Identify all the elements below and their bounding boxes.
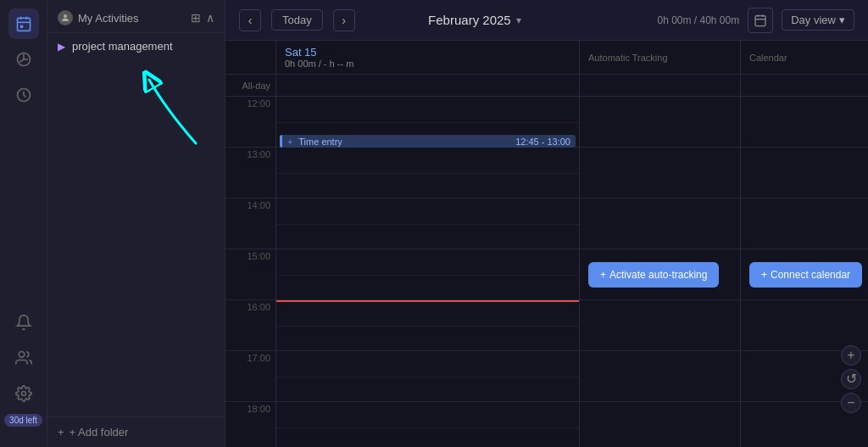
time-budget-display: 0h 00m / 40h 00m bbox=[657, 14, 739, 26]
grid-icon[interactable]: ⊞ bbox=[191, 11, 201, 25]
zoom-in-button[interactable]: + bbox=[841, 345, 861, 366]
activities-panel: My Activities ⊞ ∧ ▶ project management +… bbox=[47, 0, 225, 447]
activate-tracking-label: Activate auto-tracking bbox=[609, 269, 707, 281]
tracking-hour-2 bbox=[580, 148, 740, 198]
connect-calendar-button[interactable]: + Connect calendar bbox=[749, 262, 862, 288]
current-time-indicator bbox=[276, 300, 579, 302]
tracking-hour-6 bbox=[580, 351, 740, 402]
user-avatar bbox=[58, 10, 73, 25]
main-calendar-area: ‹ Today › February 2025 ▾ 0h 00m / 40h 0… bbox=[225, 0, 868, 447]
view-label: Day view bbox=[791, 14, 836, 26]
day-number: Sat 15 bbox=[285, 46, 570, 59]
today-button[interactable]: Today bbox=[271, 9, 323, 31]
events-column[interactable]: + Time entry 12:45 - 13:00 bbox=[276, 97, 580, 447]
sidebar-icon-bell[interactable] bbox=[8, 307, 39, 338]
calendar-header: Sat 15 0h 00m / - h -- m Automatic Track… bbox=[225, 41, 868, 75]
top-bar-right: 0h 00m / 40h 00m Day view ▾ bbox=[657, 8, 854, 33]
icon-sidebar: 30d left bbox=[0, 0, 47, 447]
sidebar-icon-time[interactable] bbox=[8, 80, 39, 110]
calendar-hour-1 bbox=[741, 97, 868, 148]
calendar-hour-3 bbox=[741, 198, 868, 249]
activate-tracking-icon: + bbox=[600, 269, 606, 281]
connect-calendar-icon: + bbox=[761, 269, 767, 281]
sidebar-bottom-icons: 30d left bbox=[4, 307, 42, 439]
connect-calendar-label: Connect calendar bbox=[771, 269, 850, 281]
activate-tracking-button[interactable]: + Activate auto-tracking bbox=[588, 262, 719, 288]
chevron-up-icon[interactable]: ∧ bbox=[206, 11, 214, 25]
view-selector-button[interactable]: Day view ▾ bbox=[782, 9, 854, 31]
sidebar-icon-settings[interactable] bbox=[8, 378, 39, 409]
time-entry-block[interactable]: + Time entry 12:45 - 13:00 bbox=[280, 135, 576, 148]
svg-rect-11 bbox=[755, 15, 765, 25]
tracking-hour-3 bbox=[580, 198, 740, 249]
svg-point-7 bbox=[19, 352, 25, 358]
date-dropdown-arrow[interactable]: ▾ bbox=[516, 14, 521, 26]
tracking-hour-5 bbox=[580, 300, 740, 351]
add-folder-button[interactable]: + + Add folder bbox=[47, 416, 225, 447]
allday-label: All-day bbox=[225, 75, 276, 96]
hour-1600 bbox=[276, 300, 579, 351]
zoom-controls: + ↺ − bbox=[841, 345, 861, 413]
svg-rect-0 bbox=[17, 18, 30, 31]
prev-nav-button[interactable]: ‹ bbox=[239, 9, 261, 31]
date-title-container: February 2025 ▾ bbox=[428, 13, 521, 27]
sidebar-icon-team[interactable] bbox=[8, 343, 39, 373]
time-slot-1400: 14:00 bbox=[225, 198, 275, 249]
sidebar-icon-reports[interactable] bbox=[8, 44, 39, 75]
zoom-out-button[interactable]: − bbox=[841, 393, 861, 413]
play-icon: ▶ bbox=[58, 41, 65, 53]
calendar-hour-5 bbox=[741, 300, 868, 351]
arrow-annotation bbox=[132, 67, 217, 154]
activities-title: My Activities bbox=[78, 12, 139, 25]
time-slot-1200: 12:00 bbox=[225, 97, 275, 148]
day-time-info: 0h 00m / - h -- m bbox=[285, 59, 570, 69]
date-title-text: February 2025 bbox=[428, 13, 511, 27]
zoom-reset-button[interactable]: ↺ bbox=[841, 369, 861, 389]
svg-point-9 bbox=[64, 14, 67, 18]
calendar-toggle-button[interactable] bbox=[748, 8, 773, 33]
next-nav-button[interactable]: › bbox=[333, 9, 355, 31]
add-folder-label: + Add folder bbox=[70, 426, 129, 439]
time-slot-1800: 18:00 bbox=[225, 402, 275, 447]
hour-1400 bbox=[276, 198, 579, 249]
svg-rect-4 bbox=[19, 25, 22, 28]
tracking-hour-1 bbox=[580, 97, 740, 148]
hour-1800 bbox=[276, 402, 579, 447]
time-col-header bbox=[225, 41, 276, 74]
activity-label: project management bbox=[72, 40, 173, 53]
activities-header-left: My Activities bbox=[58, 10, 139, 25]
allday-events bbox=[276, 75, 580, 96]
time-slot-1600: 16:00 bbox=[225, 300, 275, 351]
hour-1500 bbox=[276, 249, 579, 300]
trial-badge: 30d left bbox=[4, 414, 42, 427]
time-column: 12:00 13:00 14:00 15:00 16:00 17:00 18:0… bbox=[225, 97, 276, 447]
top-bar: ‹ Today › February 2025 ▾ 0h 00m / 40h 0… bbox=[225, 0, 868, 41]
allday-calendar bbox=[741, 75, 868, 96]
time-slot-1700: 17:00 bbox=[225, 351, 275, 402]
time-slot-1300: 13:00 bbox=[225, 148, 275, 198]
tracking-column: + Activate auto-tracking bbox=[580, 97, 741, 447]
activity-item-project-management[interactable]: ▶ project management bbox=[47, 33, 225, 59]
sidebar-icon-calendar[interactable] bbox=[8, 8, 39, 39]
calendar-body: 12:00 13:00 14:00 15:00 16:00 17:00 18:0… bbox=[225, 97, 868, 447]
plus-icon: + bbox=[58, 426, 64, 439]
allday-row: All-day bbox=[225, 75, 868, 97]
view-dropdown-icon: ▾ bbox=[839, 14, 845, 26]
tracking-hour-7 bbox=[580, 402, 740, 447]
calendar-col-header: Calendar bbox=[741, 41, 868, 74]
activities-header-right: ⊞ ∧ bbox=[191, 11, 214, 25]
hour-1700 bbox=[276, 351, 579, 402]
time-slot-1500: 15:00 bbox=[225, 249, 275, 300]
svg-point-8 bbox=[21, 392, 25, 396]
activities-header: My Activities ⊞ ∧ bbox=[47, 0, 225, 33]
calendar-hour-2 bbox=[741, 148, 868, 198]
day-column-header: Sat 15 0h 00m / - h -- m bbox=[276, 41, 580, 74]
hour-1300 bbox=[276, 148, 579, 198]
tracking-col-header: Automatic Tracking bbox=[580, 41, 741, 74]
time-entry-label: + Time entry bbox=[287, 137, 342, 147]
sidebar-top-icons bbox=[8, 8, 39, 302]
allday-tracking bbox=[580, 75, 741, 96]
time-entry-range: 12:45 - 13:00 bbox=[515, 137, 570, 147]
